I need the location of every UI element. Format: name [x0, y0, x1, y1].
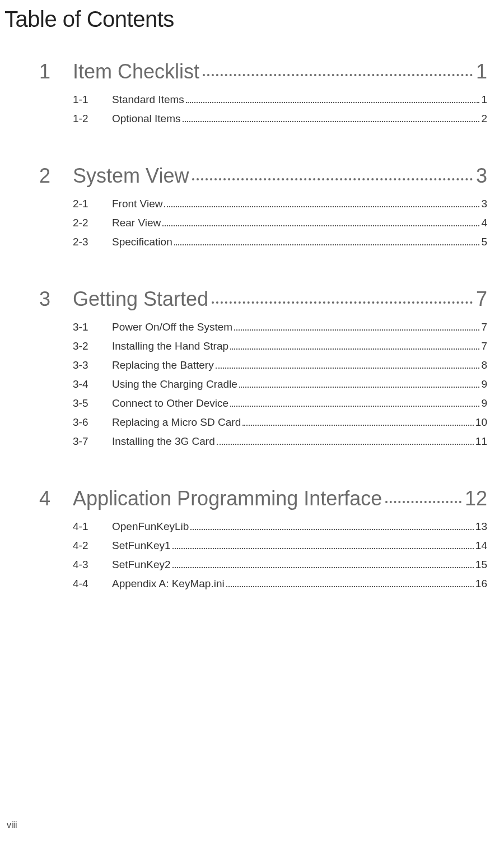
- leader-dots: [183, 121, 480, 122]
- sub-title: Specification: [112, 236, 172, 248]
- toc-sub-row[interactable]: 4-2 SetFunKey1 14: [73, 540, 493, 552]
- sub-page: 3: [481, 198, 493, 210]
- toc-sub-row[interactable]: 4-1 OpenFunKeyLib 13: [73, 520, 493, 533]
- sub-title: Front View: [112, 198, 162, 210]
- toc-sub-row[interactable]: 2-3 Specification 5: [73, 236, 493, 248]
- leader-dots: [239, 387, 480, 388]
- sub-page: 9: [481, 397, 493, 410]
- toc-sub-row[interactable]: 2-1 Front View 3: [73, 198, 493, 210]
- toc-sub-row[interactable]: 3-5 Connect to Other Device 9: [73, 397, 493, 410]
- sub-number: 3-5: [73, 397, 112, 410]
- toc-sub-row[interactable]: 2-2 Rear View 4: [73, 217, 493, 229]
- sub-number: 3-3: [73, 359, 112, 371]
- leader-dots: [234, 329, 479, 331]
- chapter-page: 7: [476, 287, 493, 311]
- sub-number: 2-1: [73, 198, 112, 210]
- sub-number: 3-1: [73, 321, 112, 333]
- leader-dots: [203, 74, 473, 76]
- leader-dots: [385, 501, 461, 503]
- leader-dots: [172, 567, 474, 568]
- leader-dots: [172, 548, 474, 549]
- toc-sub-row[interactable]: 3-7 Installing the 3G Card 11: [73, 435, 493, 448]
- sub-title: Using the Charging Cradle: [112, 378, 237, 391]
- sub-title: Rear View: [112, 217, 161, 229]
- chapter-page: 1: [476, 60, 493, 83]
- toc-sub-row[interactable]: 3-6 Replacing a Micro SD Card 10: [73, 416, 493, 429]
- leader-dots: [230, 406, 479, 407]
- sub-number: 3-4: [73, 378, 112, 391]
- leader-dots: [190, 529, 474, 530]
- chapter-number: 4: [39, 487, 73, 510]
- leader-dots: [242, 425, 474, 426]
- toc-sub-row[interactable]: 3-1 Power On/Off the System 7: [73, 321, 493, 333]
- sub-title: Standard Items: [112, 94, 184, 106]
- page-footer: viii: [7, 820, 17, 830]
- sub-page: 16: [475, 578, 493, 590]
- sub-title: Optional Items: [112, 113, 181, 125]
- sub-page: 4: [481, 217, 493, 229]
- chapter-title: Application Programming Interface: [73, 487, 382, 510]
- sub-title: Connect to Other Device: [112, 397, 228, 410]
- sub-page: 13: [475, 520, 493, 533]
- chapter-number: 1: [39, 60, 73, 83]
- sub-page: 7: [481, 340, 493, 352]
- toc-chapter: 2 System View 3 2-1 Front View 3 2-2 Rea…: [39, 164, 493, 248]
- leader-dots: [230, 348, 479, 350]
- sub-page: 2: [481, 113, 493, 125]
- toc-chapter-heading[interactable]: 2 System View 3: [39, 164, 493, 188]
- toc-sub-row[interactable]: 1-1 Standard Items 1: [73, 94, 493, 106]
- toc-chapter: 4 Application Programming Interface 12 4…: [39, 487, 493, 590]
- sub-number: 4-3: [73, 559, 112, 571]
- toc-sub-row[interactable]: 4-4 Appendix A: KeyMap.ini 16: [73, 578, 493, 590]
- leader-dots: [186, 102, 480, 103]
- toc-sub-row[interactable]: 4-3 SetFunKey2 15: [73, 559, 493, 571]
- sub-title: Replacing the Battery: [112, 359, 214, 371]
- sub-page: 5: [481, 236, 493, 248]
- toc-sub-row[interactable]: 1-2 Optional Items 2: [73, 113, 493, 125]
- sub-number: 2-2: [73, 217, 112, 229]
- sub-number: 3-6: [73, 416, 112, 429]
- toc-sub-row[interactable]: 3-3 Replacing the Battery 8: [73, 359, 493, 371]
- sub-page: 15: [475, 559, 493, 571]
- toc-chapter-heading[interactable]: 1 Item Checklist 1: [39, 60, 493, 83]
- sub-page: 10: [475, 416, 493, 429]
- sub-page: 11: [475, 435, 493, 448]
- sub-number: 4-1: [73, 520, 112, 533]
- chapter-title: Item Checklist: [73, 60, 199, 83]
- toc-body: 1 Item Checklist 1 1-1 Standard Items 1 …: [0, 32, 504, 590]
- sub-number: 2-3: [73, 236, 112, 248]
- chapter-page: 12: [465, 487, 493, 510]
- leader-dots: [162, 225, 479, 226]
- sub-page: 1: [481, 94, 493, 106]
- sub-number: 1-1: [73, 94, 112, 106]
- leader-dots: [216, 368, 480, 369]
- chapter-number: 3: [39, 287, 73, 311]
- toc-chapter-heading[interactable]: 3 Getting Started 7: [39, 287, 493, 311]
- sub-title: Installing the Hand Strap: [112, 340, 228, 352]
- page-title: Table of Contents: [0, 0, 504, 32]
- chapter-title: System View: [73, 164, 189, 188]
- leader-dots: [226, 586, 474, 587]
- sub-title: Power On/Off the System: [112, 321, 232, 333]
- sub-number: 3-7: [73, 435, 112, 448]
- sub-title: SetFunKey2: [112, 559, 171, 571]
- sub-title: Replacing a Micro SD Card: [112, 416, 241, 429]
- toc-chapter-heading[interactable]: 4 Application Programming Interface 12: [39, 487, 493, 510]
- sub-page: 7: [481, 321, 493, 333]
- leader-dots: [217, 444, 474, 445]
- leader-dots: [192, 178, 473, 180]
- chapter-number: 2: [39, 164, 73, 188]
- toc-sub-row[interactable]: 3-4 Using the Charging Cradle 9: [73, 378, 493, 391]
- toc-sub-row[interactable]: 3-2 Installing the Hand Strap 7: [73, 340, 493, 352]
- sub-number: 4-4: [73, 578, 112, 590]
- sub-title: OpenFunKeyLib: [112, 520, 189, 533]
- leader-dots: [174, 244, 480, 245]
- leader-dots: [212, 301, 473, 304]
- sub-title: Installing the 3G Card: [112, 435, 215, 448]
- sub-title: SetFunKey1: [112, 540, 171, 552]
- sub-page: 9: [481, 378, 493, 391]
- sub-page: 8: [481, 359, 493, 371]
- toc-chapter: 3 Getting Started 7 3-1 Power On/Off the…: [39, 287, 493, 448]
- toc-chapter: 1 Item Checklist 1 1-1 Standard Items 1 …: [39, 60, 493, 125]
- sub-number: 3-2: [73, 340, 112, 352]
